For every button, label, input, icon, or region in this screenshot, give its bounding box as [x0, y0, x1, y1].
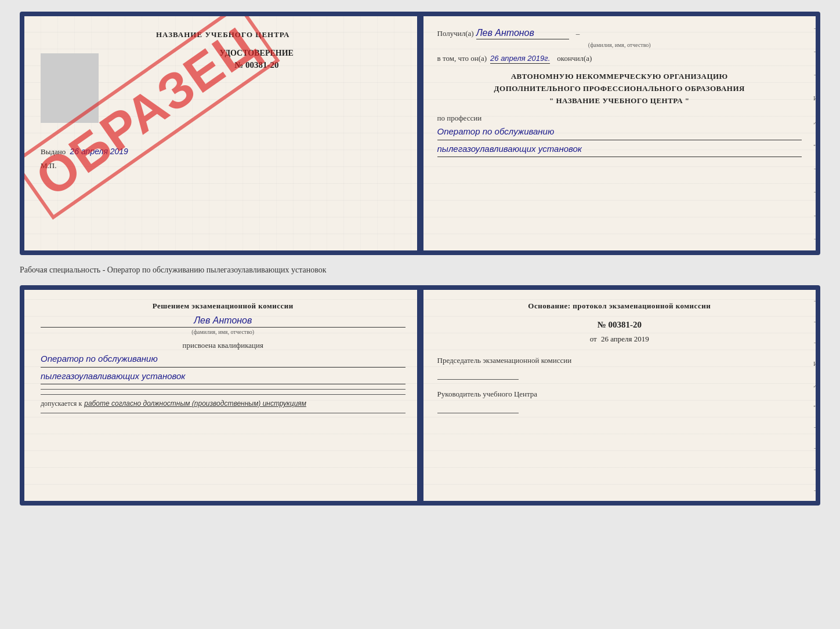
date-line: в том, что он(а) 26 апреля 2019г. окончи…	[437, 54, 802, 64]
chairman-signature	[437, 368, 519, 380]
date-value: 26 апреля 2019г.	[490, 54, 550, 64]
profession-label: по профессии	[437, 114, 802, 123]
protocol-date: от 26 апреля 2019	[437, 335, 802, 344]
separator-2	[41, 394, 405, 395]
between-label: Рабочая специальность - Оператор по обсл…	[20, 262, 820, 278]
issued-block: Выдано 26 апреля 2019	[41, 146, 405, 157]
mp-label: М.П.	[41, 161, 405, 170]
certificate-bottom: Решением экзаменационной комиссии Лев Ан…	[20, 285, 820, 506]
side-dashes-bottom: – – – И ,а ← – – – –	[811, 290, 820, 501]
chairman-label: Председатель экзаменационной комиссии	[437, 355, 802, 366]
cert-doc-type: УДОСТОВЕРЕНИЕ	[108, 49, 405, 58]
director-label: Руководитель учебного Центра	[437, 389, 802, 399]
director-signature	[437, 402, 519, 413]
page-wrapper: НАЗВАНИЕ УЧЕБНОГО ЦЕНТРА ОБРАЗЕЦ УДОСТОВ…	[20, 12, 820, 506]
fio-label-top: (фамилия, имя, отчество)	[437, 42, 802, 48]
basis-text: Основание: протокол экзаменационной коми…	[437, 301, 802, 311]
allowed-italic: работе согласно должностным (производств…	[84, 399, 306, 408]
issued-label: Выдано 26 апреля 2019	[41, 124, 128, 156]
allowed-text: допускается к работе согласно должностны…	[41, 399, 405, 408]
school-name-top: НАЗВАНИЕ УЧЕБНОГО ЦЕНТРА	[41, 30, 405, 39]
date-prefix: в том, что он(а)	[437, 54, 487, 63]
separator-1	[41, 389, 405, 390]
person-name-bottom: Лев Антонов	[41, 315, 405, 328]
decision-text: Решением экзаменационной комиссии	[41, 301, 405, 311]
cert-doc-number: № 00381-20	[108, 60, 405, 70]
side-dashes-top: – – – И ,а ← – – – –	[811, 16, 820, 250]
org-name-block: АВТОНОМНУЮ НЕКОММЕРЧЕСКУЮ ОРГАНИЗАЦИЮ ДО…	[437, 71, 802, 107]
protocol-number: № 00381-20	[437, 320, 802, 330]
assigned-label: присвоена квалификация	[41, 341, 405, 350]
finished-label: окончил(а)	[557, 54, 592, 63]
issued-date-value: 26 апреля 2019	[70, 147, 128, 156]
qual-line1: Оператор по обслуживанию	[41, 352, 405, 368]
profession-line2: пылегазоулавливающих установок	[437, 143, 802, 158]
cert-top-right: Получил(а) Лев Антонов – (фамилия, имя, …	[423, 16, 816, 250]
received-line: Получил(а) Лев Антонов –	[437, 28, 802, 39]
allowed-prefix: допускается к	[41, 399, 82, 408]
cert-bottom-left: Решением экзаменационной комиссии Лев Ан…	[24, 290, 423, 501]
certificate-top: НАЗВАНИЕ УЧЕБНОГО ЦЕНТРА ОБРАЗЕЦ УДОСТОВ…	[20, 12, 820, 255]
qual-line2: пылегазоулавливающих установок	[41, 370, 405, 385]
received-name: Лев Антонов	[476, 28, 569, 39]
cert-top-left: НАЗВАНИЕ УЧЕБНОГО ЦЕНТРА ОБРАЗЕЦ УДОСТОВ…	[24, 16, 423, 250]
received-prefix: Получил(а)	[437, 29, 474, 38]
photo-placeholder	[41, 53, 99, 123]
cert-doc-area: УДОСТОВЕРЕНИЕ № 00381-20	[41, 49, 405, 123]
profession-line1: Оператор по обслуживанию	[437, 125, 802, 140]
cert-id-block: УДОСТОВЕРЕНИЕ № 00381-20	[108, 49, 405, 75]
cert-bottom-right: Основание: протокол экзаменационной коми…	[423, 290, 816, 501]
fio-label-bottom: (фамилия, имя, отчество)	[41, 329, 405, 335]
separator-3	[41, 413, 405, 413]
